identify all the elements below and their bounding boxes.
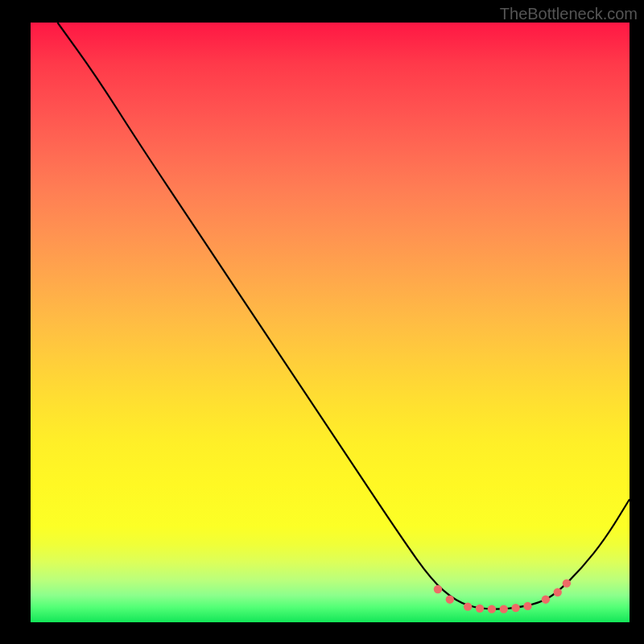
curve-marker <box>563 579 571 587</box>
curve-marker <box>488 605 496 613</box>
curve-marker <box>446 595 454 603</box>
curve-marker <box>542 595 550 603</box>
chart-svg <box>31 23 630 622</box>
curve-marker <box>434 585 442 593</box>
curve-marker <box>476 605 484 613</box>
curve-marker <box>523 602 531 610</box>
curve-marker <box>554 588 562 597</box>
chart-plot-area <box>31 23 630 622</box>
curve-line <box>57 23 630 609</box>
watermark-text: TheBottleneck.com <box>500 5 638 23</box>
curve-marker <box>500 605 508 613</box>
curve-marker <box>511 604 519 612</box>
curve-marker <box>464 602 472 610</box>
